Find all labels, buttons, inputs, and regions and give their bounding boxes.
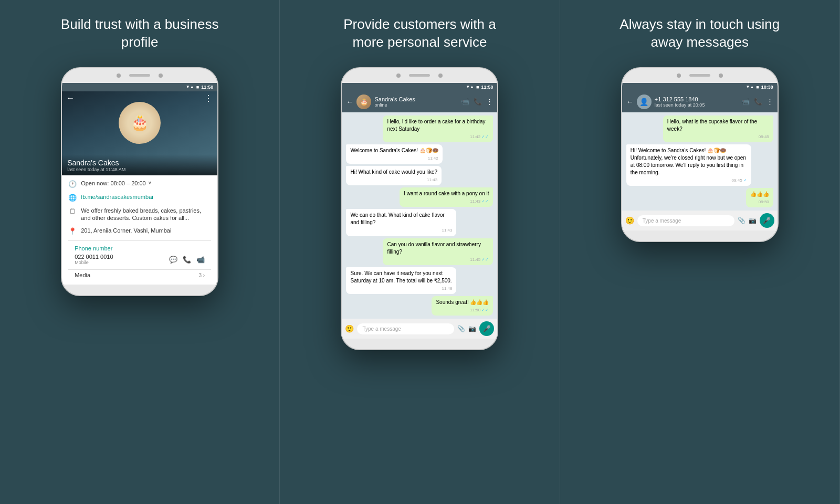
check-icon-6: ✓✓ xyxy=(481,257,489,262)
msg-1: Hello, I'd like to order a cake for a bi… xyxy=(383,116,493,142)
away-msg-1: Hello, what is the cupcake flavor of the… xyxy=(663,116,773,142)
camera-3 xyxy=(677,74,681,78)
panel-title-2: Provide customers with a more personal s… xyxy=(330,16,509,51)
media-row: Media 3 › xyxy=(68,269,211,280)
status-bar-3: ▼▲ ■ 10:30 xyxy=(622,83,778,91)
more-icon[interactable]: ⋮ xyxy=(204,93,213,103)
phone-bottom-bar-2 xyxy=(342,339,497,349)
phone-number-info: 022 0011 0010 Mobile xyxy=(75,254,113,265)
video-call-icon-3[interactable]: 📹 xyxy=(741,98,750,106)
phone-top-bar-3 xyxy=(622,68,778,83)
dropdown-arrow[interactable]: ∨ xyxy=(148,180,152,186)
profile-overlay: Sandra's Cakes last seen today at 11:48 … xyxy=(62,154,217,175)
msg-6: Can you do vanilla flavor and strawberry… xyxy=(383,238,493,265)
phone-bottom-bar-3 xyxy=(622,230,778,241)
camera-2 xyxy=(396,74,401,78)
camera-3b xyxy=(719,74,723,78)
divider-1 xyxy=(68,240,211,241)
business-name: Sandra's Cakes xyxy=(67,159,212,167)
msg-time-7: 11:48 xyxy=(350,286,452,291)
away-msg-text-2: Hi! Welcome to Sandra's Cakes! 🎂🍞🍩Unfort… xyxy=(631,147,747,176)
back-icon[interactable]: ← xyxy=(66,93,75,103)
attach-icon-2[interactable]: 📎 xyxy=(457,325,465,332)
away-check-icon-2: ✓ xyxy=(743,178,747,183)
profile-header: 🎂 ← ⋮ Sandra's Cakes last seen today at … xyxy=(62,91,217,175)
msg-text-4: I want a round cake with a pony on it xyxy=(404,190,489,197)
speaker-2 xyxy=(409,74,430,77)
phone-top-bar-2 xyxy=(342,68,497,83)
voice-call-icon-3[interactable]: 📞 xyxy=(754,98,762,106)
chat-action-icons-3: 📹 📞 ⋮ xyxy=(741,98,773,106)
message-input-3[interactable]: Type a message xyxy=(637,215,734,226)
info-icon: 🗒 xyxy=(68,207,77,215)
msg-time-1: 11:42 ✓✓ xyxy=(387,134,489,140)
camera-1b xyxy=(159,74,163,78)
chat-action-icons-2: 📹 📞 ⋮ xyxy=(461,98,493,106)
status-bar-2: ▼▲ ■ 11:50 xyxy=(342,83,497,91)
clock-icon: 🕐 xyxy=(68,180,77,188)
voice-call-icon-2[interactable]: 📞 xyxy=(474,98,482,106)
msg-4: I want a round cake with a pony on it 11… xyxy=(400,187,493,207)
status-time-3: 10:30 xyxy=(761,85,773,90)
attach-icon-3[interactable]: 📎 xyxy=(738,217,746,224)
battery-icon-3: ■ xyxy=(756,85,759,90)
chat-body-2: Hello, I'd like to order a cake for a bi… xyxy=(342,112,497,319)
chat-input-bar-2: 🙂 Type a message 📎 📷 🎤 xyxy=(342,319,497,339)
panel-title-1: Build trust with a business profile xyxy=(50,16,229,51)
msg-time-3: 11:43 xyxy=(350,177,437,183)
away-msg-time-1: 09:45 xyxy=(667,134,769,140)
video-call-icon-2[interactable]: 📹 xyxy=(461,98,469,106)
description-row: 🗒 We offer freshly baked breads, cakes, … xyxy=(68,207,211,222)
message-icon[interactable]: 💬 xyxy=(169,256,177,264)
check-icon-4: ✓✓ xyxy=(481,199,489,204)
mic-button-2[interactable]: 🎤 xyxy=(479,321,494,336)
status-bar-1: ▼▲ ■ 11:50 xyxy=(62,83,217,91)
media-count[interactable]: 3 › xyxy=(198,272,205,278)
msg-time-4: 11:43 ✓✓ xyxy=(404,198,489,204)
emoji-icon-3[interactable]: 🙂 xyxy=(625,216,634,225)
battery-icon-1: ■ xyxy=(196,85,199,90)
chat-contact-3[interactable]: +1 312 555 1840 xyxy=(655,96,738,102)
address-row: 📍 201, Areniia Corner, Vashi, Mumbai xyxy=(68,227,211,235)
msg-text-5: We can do that. What kind of cake flavor… xyxy=(350,212,452,226)
phone-actions: 💬 📞 📹 xyxy=(169,256,205,264)
phone-screen-3: ▼▲ ■ 10:30 ← 👤 +1 312 555 1840 last seen… xyxy=(622,83,778,231)
message-input-2[interactable]: Type a message xyxy=(357,323,454,334)
phone-section-label: Phone number xyxy=(68,245,211,251)
msg-3: Hi! What kind of cake would you like? 11… xyxy=(346,166,442,185)
mic-button-3[interactable]: 🎤 xyxy=(760,213,774,228)
phone-type: Mobile xyxy=(75,260,113,265)
phone-2: ▼▲ ■ 11:50 ← 🎂 Sandra's Cakes online 📹 📞… xyxy=(341,67,498,351)
media-label-text: Media xyxy=(75,272,90,278)
video-icon[interactable]: 📹 xyxy=(196,256,205,264)
status-time-1: 11:50 xyxy=(201,85,213,90)
msg-text-7: Sure. We can have it ready for you next … xyxy=(350,270,452,285)
phone-1: ▼▲ ■ 11:50 🎂 ← ⋮ Sandra's Cakes last see… xyxy=(61,67,218,297)
chat-back-icon-3[interactable]: ← xyxy=(626,98,634,106)
phone-number-row: 022 0011 0010 Mobile 💬 📞 📹 xyxy=(68,254,211,269)
msg-text-1: Hello, I'd like to order a cake for a bi… xyxy=(387,118,489,133)
menu-icon-2[interactable]: ⋮ xyxy=(486,98,493,106)
msg-text-2: Welcome to Sandra's Cakes! 🎂🍞🍩 xyxy=(350,147,438,154)
phone-top-bar-1 xyxy=(62,68,217,83)
call-icon[interactable]: 📞 xyxy=(183,256,191,264)
msg-text-3: Hi! What kind of cake would you like? xyxy=(350,169,437,176)
chat-header-info-3: +1 312 555 1840 last seen today at 20:05 xyxy=(655,96,738,108)
msg-time-8: 11:50 ✓✓ xyxy=(436,307,489,313)
camera-icon-2[interactable]: 📷 xyxy=(468,325,476,332)
website-link[interactable]: fb.me/sandrascakesmumbai xyxy=(81,193,153,201)
signal-icon-1: ▼▲ xyxy=(186,85,194,89)
phone-screen-2: ▼▲ ■ 11:50 ← 🎂 Sandra's Cakes online 📹 📞… xyxy=(342,83,497,339)
phone-bottom-bar-1 xyxy=(62,285,217,295)
check-icon-1: ✓✓ xyxy=(481,134,489,139)
msg-8: Sounds great! 👍👍👍 11:50 ✓✓ xyxy=(432,296,493,316)
check-icon-8: ✓✓ xyxy=(481,308,489,312)
msg-7: Sure. We can have it ready for you next … xyxy=(346,267,456,294)
camera-icon-3[interactable]: 📷 xyxy=(749,217,757,224)
chat-contact-2[interactable]: Sandra's Cakes xyxy=(374,96,458,102)
msg-2: Welcome to Sandra's Cakes! 🎂🍞🍩 11:42 xyxy=(346,144,442,164)
menu-icon-3[interactable]: ⋮ xyxy=(766,98,773,106)
emoji-icon-2[interactable]: 🙂 xyxy=(345,324,354,333)
chat-back-icon-2[interactable]: ← xyxy=(346,98,353,106)
panel-personal-service: Provide customers with a more personal s… xyxy=(280,0,560,504)
